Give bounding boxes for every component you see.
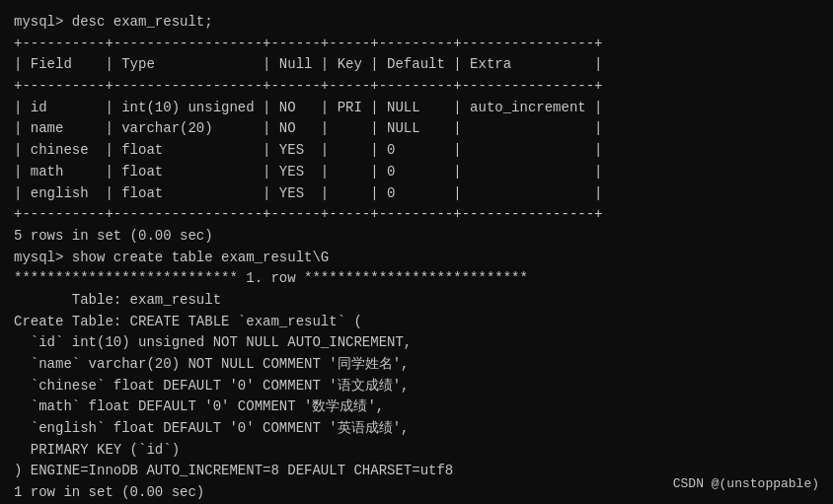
terminal-content: mysql> desc exam_result; +----------+---…	[14, 12, 819, 504]
line-3: | Field | Type | Null | Key | Default | …	[14, 54, 819, 76]
line-18: `name` varchar(20) NOT NULL COMMENT '同学姓…	[14, 354, 819, 376]
terminal: mysql> desc exam_result; +----------+---…	[0, 0, 833, 504]
line-9: | english | float | YES | | 0 | |	[14, 183, 819, 205]
line-5: | id | int(10) unsigned | NO | PRI | NUL…	[14, 98, 819, 119]
line-20: `math` float DEFAULT '0' COMMENT '数学成绩',	[14, 396, 819, 418]
line-8: | math | float | YES | | 0 | |	[14, 162, 819, 183]
line-22: PRIMARY KEY (`id`)	[14, 440, 819, 462]
line-7: | chinese | float | YES | | 0 | |	[14, 140, 819, 162]
line-1: mysql> desc exam_result;	[14, 12, 819, 34]
line-16: Create Table: CREATE TABLE `exam_result`…	[14, 312, 819, 333]
line-10: +----------+------------------+------+--…	[14, 204, 819, 226]
line-19: `chinese` float DEFAULT '0' COMMENT '语文成…	[14, 376, 819, 397]
watermark: CSDN @(unstoppable)	[673, 474, 819, 494]
line-13: mysql> show create table exam_result\G	[14, 248, 819, 269]
line-6: | name | varchar(20) | NO | | NULL | |	[14, 118, 819, 140]
line-11: 5 rows in set (0.00 sec)	[14, 226, 819, 248]
line-15: Table: exam_result	[14, 290, 819, 312]
line-21: `english` float DEFAULT '0' COMMENT '英语成…	[14, 418, 819, 440]
line-14: *************************** 1. row *****…	[14, 268, 819, 290]
line-4: +----------+------------------+------+--…	[14, 76, 819, 98]
line-2: +----------+------------------+------+--…	[14, 34, 819, 55]
line-17: `id` int(10) unsigned NOT NULL AUTO_INCR…	[14, 332, 819, 354]
